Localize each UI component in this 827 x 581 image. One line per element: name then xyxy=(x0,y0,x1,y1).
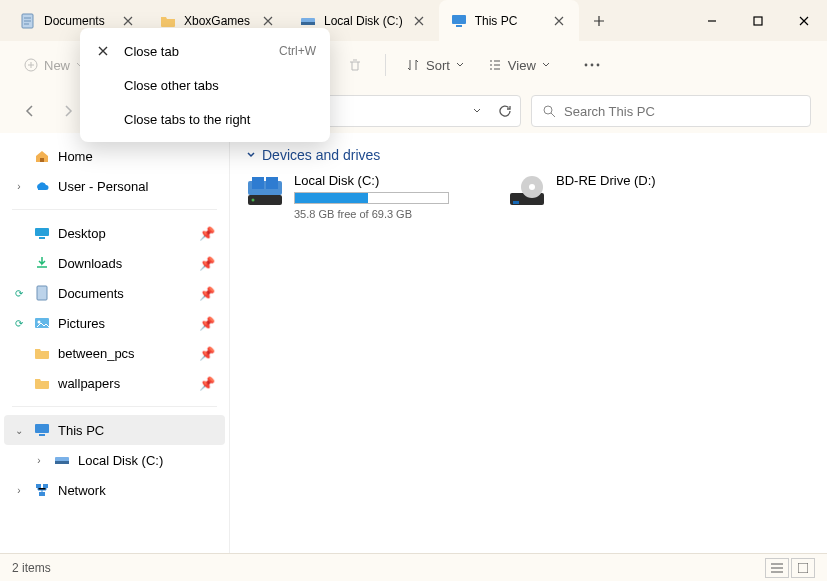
svg-rect-19 xyxy=(39,237,45,239)
nav-pane[interactable]: Home › User - Personal Desktop 📌 Downloa… xyxy=(0,133,230,553)
group-label: Devices and drives xyxy=(262,147,380,163)
chevron-right-icon[interactable]: › xyxy=(12,181,26,192)
chevron-down-icon xyxy=(456,61,464,69)
svg-rect-4 xyxy=(456,25,462,27)
drive-localdisk[interactable]: Local Disk (C:) 35.8 GB free of 69.3 GB xyxy=(246,173,486,220)
pin-icon[interactable]: 📌 xyxy=(199,346,215,361)
svg-rect-36 xyxy=(513,201,519,204)
nav-downloads[interactable]: Downloads 📌 xyxy=(4,248,225,278)
divider xyxy=(12,406,217,407)
home-icon xyxy=(34,148,50,164)
sort-label: Sort xyxy=(426,58,450,73)
content-pane[interactable]: Devices and drives Local Disk (C:) 35.8 … xyxy=(230,133,827,553)
pc-icon xyxy=(451,13,467,29)
ctx-close-right[interactable]: Close tabs to the right xyxy=(80,102,330,136)
pin-icon[interactable]: 📌 xyxy=(199,376,215,391)
pin-icon[interactable]: 📌 xyxy=(199,226,215,241)
sort-icon xyxy=(406,58,420,72)
svg-point-22 xyxy=(38,321,41,324)
svg-point-15 xyxy=(590,64,593,67)
chevron-down-icon xyxy=(246,150,256,160)
nav-documents[interactable]: ⟳ Documents 📌 xyxy=(4,278,225,308)
back-button[interactable] xyxy=(16,97,44,125)
network-icon xyxy=(34,482,50,498)
more-button[interactable] xyxy=(574,49,610,81)
minimize-button[interactable] xyxy=(689,0,735,41)
svg-rect-34 xyxy=(266,177,278,189)
group-header[interactable]: Devices and drives xyxy=(246,147,811,163)
nav-thispc[interactable]: ⌄ This PC xyxy=(4,415,225,445)
ctx-close-other[interactable]: Close other tabs xyxy=(80,68,330,102)
close-icon xyxy=(94,45,112,57)
pin-icon[interactable]: 📌 xyxy=(199,256,215,271)
search-bar[interactable] xyxy=(531,95,811,127)
ctx-label: Close tabs to the right xyxy=(124,112,250,127)
svg-point-14 xyxy=(584,64,587,67)
chevron-down-icon[interactable]: ⌄ xyxy=(12,425,26,436)
svg-rect-33 xyxy=(252,177,264,189)
nav-label: Home xyxy=(58,149,93,164)
nav-label: This PC xyxy=(58,423,104,438)
tab-label: Documents xyxy=(44,14,112,28)
nav-between-pcs[interactable]: between_pcs 📌 xyxy=(4,338,225,368)
nav-network[interactable]: › Network xyxy=(4,475,225,505)
chevron-right-icon[interactable]: › xyxy=(32,455,46,466)
body: Home › User - Personal Desktop 📌 Downloa… xyxy=(0,133,827,553)
tab-label: This PC xyxy=(475,14,543,28)
svg-rect-27 xyxy=(36,484,41,488)
folder-icon xyxy=(34,345,50,361)
downloads-icon xyxy=(34,255,50,271)
doc-icon xyxy=(20,13,36,29)
pc-icon xyxy=(34,422,50,438)
desktop-icon xyxy=(34,225,50,241)
svg-point-32 xyxy=(252,199,255,202)
nav-home[interactable]: Home xyxy=(4,141,225,171)
chevron-right-icon[interactable]: › xyxy=(12,485,26,496)
view-label: View xyxy=(508,58,536,73)
pin-icon[interactable]: 📌 xyxy=(199,286,215,301)
ctx-shortcut: Ctrl+W xyxy=(279,44,316,58)
disk-icon xyxy=(246,173,284,211)
svg-rect-24 xyxy=(39,434,45,436)
view-icon xyxy=(488,58,502,72)
maximize-button[interactable] xyxy=(735,0,781,41)
new-tab-button[interactable] xyxy=(579,0,619,41)
tab-label: Local Disk (C:) xyxy=(324,14,403,28)
disk-icon xyxy=(300,13,316,29)
nav-label: Local Disk (C:) xyxy=(78,453,163,468)
thumbnails-view-button[interactable] xyxy=(791,558,815,578)
tab-context-menu: Close tab Ctrl+W Close other tabs Close … xyxy=(80,28,330,142)
view-button[interactable]: View xyxy=(480,52,558,79)
drive-bdre[interactable]: BD-RE Drive (D:) xyxy=(508,173,748,220)
pin-icon[interactable]: 📌 xyxy=(199,316,215,331)
delete-button[interactable] xyxy=(337,49,373,81)
chevron-down-icon[interactable] xyxy=(472,106,482,116)
svg-rect-28 xyxy=(43,484,48,488)
details-view-button[interactable] xyxy=(765,558,789,578)
sort-button[interactable]: Sort xyxy=(398,52,472,79)
close-icon[interactable] xyxy=(120,13,136,29)
sync-icon: ⟳ xyxy=(12,318,26,329)
close-icon[interactable] xyxy=(260,13,276,29)
close-icon[interactable] xyxy=(411,13,427,29)
drive-label: Local Disk (C:) xyxy=(294,173,486,188)
close-icon[interactable] xyxy=(551,13,567,29)
nav-pictures[interactable]: ⟳ Pictures 📌 xyxy=(4,308,225,338)
close-window-button[interactable] xyxy=(781,0,827,41)
nav-user[interactable]: › User - Personal xyxy=(4,171,225,201)
status-bar: 2 items xyxy=(0,553,827,581)
nav-wallpapers[interactable]: wallpapers 📌 xyxy=(4,368,225,398)
forward-button[interactable] xyxy=(54,97,82,125)
ctx-label: Close tab xyxy=(124,44,179,59)
refresh-button[interactable] xyxy=(498,104,512,118)
nav-localdisk[interactable]: › Local Disk (C:) xyxy=(4,445,225,475)
search-input[interactable] xyxy=(564,104,800,119)
svg-rect-5 xyxy=(754,17,762,25)
nav-label: Network xyxy=(58,483,106,498)
tab-thispc[interactable]: This PC xyxy=(439,0,579,41)
nav-label: between_pcs xyxy=(58,346,135,361)
nav-desktop[interactable]: Desktop 📌 xyxy=(4,218,225,248)
tab-label: XboxGames xyxy=(184,14,252,28)
folder-icon xyxy=(34,375,50,391)
ctx-close-tab[interactable]: Close tab Ctrl+W xyxy=(80,34,330,68)
